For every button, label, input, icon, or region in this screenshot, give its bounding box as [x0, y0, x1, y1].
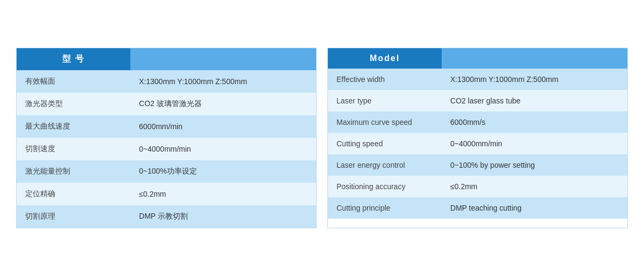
- chinese-header-row: 型 号: [17, 48, 316, 70]
- table-row: 激光器类型 CO2 玻璃管激光器: [17, 93, 316, 115]
- table-row: 有效幅面 X:1300mm Y:1000mm Z:500mm: [17, 70, 316, 93]
- en-row1-value: X:1300mm Y:1000mm Z:500mm: [442, 69, 627, 90]
- en-row5-label: Laser energy control: [328, 154, 442, 176]
- cn-row4-value: 0~4000mm/min: [130, 138, 316, 160]
- cn-row2-label: 激光器类型: [17, 93, 130, 115]
- en-row1-label: Effective width: [328, 69, 442, 90]
- en-row4-label: Cutting speed: [328, 133, 442, 154]
- cn-row3-value: 6000mm/min: [130, 115, 316, 138]
- table-row: Laser energy control 0~100% by power set…: [328, 154, 627, 176]
- en-row2-value: CO2 laser glass tube: [442, 90, 627, 111]
- english-table-container: Model Effective width X:1300mm Y:1000mm …: [327, 48, 628, 228]
- chinese-header-label: 型 号: [17, 48, 130, 70]
- cn-row6-label: 定位精确: [17, 183, 130, 205]
- cn-row7-value: DMP 示教切割: [130, 205, 316, 228]
- en-row7-label: Cutting principle: [328, 197, 442, 219]
- cn-row1-label: 有效幅面: [17, 70, 130, 93]
- table-row: 切割速度 0~4000mm/min: [17, 138, 316, 160]
- en-row4-value: 0~4000mm/min: [442, 133, 627, 154]
- table-row: 切割原理 DMP 示教切割: [17, 205, 316, 228]
- table-row: 激光能量控制 0~100%功率设定: [17, 160, 316, 183]
- en-row6-value: ≤0.2mm: [442, 176, 627, 197]
- chinese-table: 型 号 有效幅面 X:1300mm Y:1000mm Z:500mm 激光器类型…: [17, 48, 316, 228]
- table-row: Laser type CO2 laser glass tube: [328, 90, 627, 111]
- english-table: Model Effective width X:1300mm Y:1000mm …: [328, 48, 627, 219]
- english-header-value: [442, 48, 627, 69]
- english-header-row: Model: [328, 48, 627, 69]
- table-row: Positioning accuracy ≤0.2mm: [328, 176, 627, 197]
- table-row: Cutting principle DMP teaching cutting: [328, 197, 627, 219]
- table-row: 最大曲线速度 6000mm/min: [17, 115, 316, 138]
- en-row3-label: Maximum curve speed: [328, 111, 442, 133]
- cn-row2-value: CO2 玻璃管激光器: [130, 93, 316, 115]
- cn-row6-value: ≤0.2mm: [130, 183, 316, 205]
- cn-row1-value: X:1300mm Y:1000mm Z:500mm: [130, 70, 316, 93]
- table-row: 定位精确 ≤0.2mm: [17, 183, 316, 205]
- cn-row5-value: 0~100%功率设定: [130, 160, 316, 183]
- cn-row7-label: 切割原理: [17, 205, 130, 228]
- cn-row5-label: 激光能量控制: [17, 160, 130, 183]
- english-header-label: Model: [328, 48, 442, 69]
- cn-row4-label: 切割速度: [17, 138, 130, 160]
- table-row: Maximum curve speed 6000mm/s: [328, 111, 627, 133]
- en-row2-label: Laser type: [328, 90, 442, 111]
- en-row3-value: 6000mm/s: [442, 111, 627, 133]
- en-row5-value: 0~100% by power setting: [442, 154, 627, 176]
- cn-row3-label: 最大曲线速度: [17, 115, 130, 138]
- en-row7-value: DMP teaching cutting: [442, 197, 627, 219]
- chinese-header-value: [130, 48, 316, 70]
- table-row: Effective width X:1300mm Y:1000mm Z:500m…: [328, 69, 627, 90]
- chinese-table-container: 型 号 有效幅面 X:1300mm Y:1000mm Z:500mm 激光器类型…: [16, 48, 317, 228]
- en-row6-label: Positioning accuracy: [328, 176, 442, 197]
- page-wrapper: 型 号 有效幅面 X:1300mm Y:1000mm Z:500mm 激光器类型…: [0, 37, 644, 239]
- table-row: Cutting speed 0~4000mm/min: [328, 133, 627, 154]
